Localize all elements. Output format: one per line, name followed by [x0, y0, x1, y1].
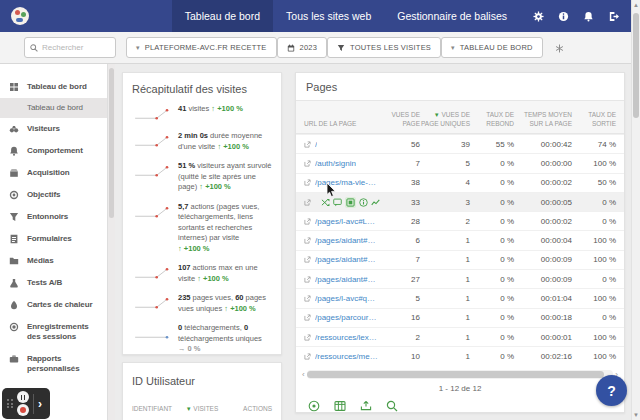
record-stop-button[interactable]	[17, 404, 29, 416]
sidebar-item[interactable]: Comportement	[0, 140, 107, 162]
page-url-link[interactable]: /	[315, 140, 317, 149]
sidebar-item-icon	[9, 212, 19, 222]
matomo-logo[interactable]	[11, 7, 29, 25]
scrollbar-thumb[interactable]	[633, 13, 639, 118]
search-input[interactable]	[42, 43, 110, 52]
export-icon[interactable]	[360, 400, 372, 412]
user-id-column-header[interactable]: VISITES	[179, 405, 226, 412]
sidebar-item[interactable]: Tableau de bord	[0, 76, 107, 98]
exit-rate-value: 100 %	[572, 255, 616, 264]
user-id-panel: ID Utilisateur IDENTIFIANTVISITESACTIONS	[122, 362, 282, 420]
export-image-icon[interactable]	[308, 400, 320, 412]
page-url-link[interactable]: /pages/parcours-de-l-hopital-au-do...	[315, 313, 378, 322]
table-row: /auth/signin 7 5 0 % 00:00:00 100 %	[296, 153, 624, 172]
sparkline-chart	[132, 326, 172, 341]
sparkline-chart	[132, 107, 172, 122]
sidebar-scrollbar[interactable]	[108, 64, 115, 420]
sidebar-item[interactable]: Formulaires	[0, 228, 107, 250]
user-id-column-header[interactable]: ACTIONS	[225, 405, 272, 412]
dashboard-selector-button[interactable]: ▾ TABLEAU DE BORD	[441, 37, 543, 58]
scroll-down-arrow[interactable]: ▼	[632, 412, 640, 418]
sidebar-item[interactable]: Cartes de chaleur	[0, 294, 107, 316]
unique-pageviews-value: 2	[420, 217, 470, 226]
sidebar-item[interactable]: Acquisition	[0, 162, 107, 184]
column-header[interactable]: TAUX DE REBOND	[470, 111, 514, 128]
topbar-nav-item[interactable]: Tous les sites web	[273, 0, 384, 32]
help-button[interactable]: ?	[596, 375, 627, 406]
pageviews-value: 2	[378, 333, 420, 342]
scroll-up-arrow[interactable]: ▲	[632, 2, 640, 8]
search-icon[interactable]	[386, 400, 398, 412]
user-id-column-header[interactable]: IDENTIFIANT	[132, 405, 179, 412]
search-box[interactable]	[24, 37, 116, 58]
date-range-button[interactable]: 2023	[277, 37, 328, 58]
gear-icon[interactable]	[526, 0, 551, 32]
horizontal-scrollbar[interactable]: ‹ ›	[302, 370, 618, 379]
scrollbar-thumb[interactable]	[307, 371, 604, 378]
sidebar-item[interactable]: Entonnoirs	[0, 206, 107, 228]
window-scrollbar[interactable]: ▲ ▼	[631, 0, 640, 420]
sidebar-item[interactable]: Tests A/B	[0, 272, 107, 294]
alert-bell-icon[interactable]	[576, 0, 601, 32]
page-url-link[interactable]: /ressources/lexique#Handicap-Invisi...	[315, 333, 378, 342]
bounce-rate-value: 55 %	[470, 140, 514, 149]
visits-summary-panel: Récapitulatif des visites 41 visites +10…	[122, 72, 282, 355]
pin-icon[interactable]	[555, 39, 564, 57]
unique-pageviews-value: 1	[420, 313, 470, 322]
pause-button[interactable]	[17, 391, 29, 403]
top-navigation-bar: Tableau de bordTous les sites webGestion…	[0, 0, 640, 32]
column-header[interactable]: TEMPS MOYEN SUR LA PAGE	[514, 111, 572, 128]
unique-pageviews-value: 39	[420, 140, 470, 149]
page-url-link[interactable]: /pages/l-avc#Les-causes-de-l'AVC	[315, 217, 378, 226]
page-url-link[interactable]: /auth/signin	[315, 159, 356, 168]
segment-bubble-icon[interactable]	[333, 198, 342, 207]
sidebar-item-label: Rapports personnalisés	[27, 354, 80, 373]
pageviews-value: 7	[378, 255, 420, 264]
sidebar-item[interactable]: Enregistrements des sessions	[0, 316, 107, 348]
info-circle-icon[interactable]	[359, 198, 368, 207]
site-selector-button[interactable]: ▾ PLATEFORME-AVC.FR RECETTE	[126, 37, 277, 58]
topbar-nav-item[interactable]: Gestionnaire de balises	[384, 0, 520, 32]
stat-text: 0 téléchargements, 0 téléchargements uni…	[178, 323, 272, 355]
page-url-link[interactable]: /pages/l-avc#qu-est-ce-qu-un-AVC	[315, 294, 378, 303]
avg-time-value: 00:00:42	[514, 140, 572, 149]
caret-down-icon: ▾	[451, 44, 455, 52]
expand-chevron-icon[interactable]: ›	[38, 397, 42, 411]
column-header[interactable]: VUES DE PAGE UNIQUES	[420, 111, 470, 128]
stat-change-badge: +100 %	[197, 274, 229, 283]
page-overlay-icon[interactable]	[345, 197, 356, 208]
sidebar-item[interactable]: Objectifs	[0, 184, 107, 206]
page-url-link[interactable]: /ressources/mediatheque	[315, 352, 378, 361]
drag-handle-icon[interactable]	[7, 399, 14, 408]
sidebar-item[interactable]: Médias	[0, 250, 107, 272]
sidebar-item-icon	[9, 322, 19, 332]
signout-icon[interactable]	[601, 0, 626, 32]
page-url-link[interactable]: /pages/aidant#Mes-formations	[315, 275, 378, 284]
topbar-nav-item[interactable]: Tableau de bord	[172, 0, 273, 32]
column-header[interactable]: VUES DE PAGE	[378, 111, 420, 128]
page-url-link[interactable]: /pages/aidant#Ma-vie-quotidienne	[315, 236, 378, 245]
info-icon[interactable]	[551, 0, 576, 32]
sidebar-item-label: Formulaires	[27, 234, 72, 243]
bounce-rate-value: 0 %	[470, 217, 514, 226]
external-link-icon	[304, 314, 311, 321]
avg-time-value: 00:00:00	[514, 159, 572, 168]
record-icon	[20, 407, 26, 413]
bounce-rate-value: 0 %	[470, 159, 514, 168]
column-header[interactable]: URL DE LA PAGE	[304, 120, 378, 128]
segment-selector-button[interactable]: TOUTES LES VISITES	[327, 37, 441, 58]
column-header[interactable]: TAUX DE SORTIE	[572, 111, 616, 128]
unique-pageviews-value: 1	[420, 333, 470, 342]
scroll-left-arrow[interactable]: ‹	[302, 370, 305, 379]
page-url-link[interactable]: /pages/ma-vie-apres-l-avc/gestion-...	[315, 178, 378, 187]
sidebar-item[interactable]: Rapports personnalisés	[0, 348, 107, 380]
bounce-rate-value: 0 %	[470, 255, 514, 264]
exit-rate-value: 0 %	[572, 313, 616, 322]
stat-text: 235 pages vues, 60 pages vues uniques +1…	[178, 293, 272, 314]
sidebar-item[interactable]: Visiteurs	[0, 118, 107, 140]
sidebar-item[interactable]: Tableau de bord	[0, 98, 107, 118]
sidebar-item-icon	[9, 278, 19, 288]
table-icon[interactable]	[334, 400, 346, 412]
page-url-link[interactable]: /pages/aidant#mes-aides-financiere...	[315, 255, 378, 264]
transitions-icon[interactable]	[321, 198, 330, 207]
